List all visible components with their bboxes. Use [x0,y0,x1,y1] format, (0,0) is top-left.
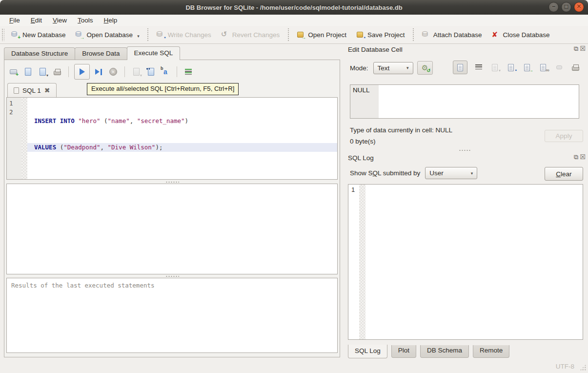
cell-mode-row: Mode: Text▾ ⚙↺ [350,61,433,75]
tab-execute-sql[interactable]: Execute SQL [127,46,181,60]
print-sql-icon[interactable] [51,66,63,78]
minimize-button[interactable]: − [548,2,559,12]
open-database-icon: ⛁→ [76,31,83,39]
word-wrap-icon[interactable] [474,61,484,74]
sql-log-dock-header: SQL Log ⧉ ☒ [348,153,586,162]
float-dock-icon[interactable]: ⧉ [574,153,578,161]
menu-tools[interactable]: Tools [72,16,99,25]
log-line-number: 1 [351,186,355,193]
set-null-icon [554,61,564,74]
dock-tab-remote[interactable]: Remote [473,345,509,358]
menu-help[interactable]: Help [99,16,123,25]
menu-file[interactable]: File [4,16,25,25]
line-number: 1 [9,99,21,108]
editor-results-splitter[interactable] [6,180,338,184]
cell-value: NULL [353,86,370,94]
sql-document-icon [14,87,19,94]
new-database-icon: ⛁+ [11,31,19,39]
cell-editor-box[interactable]: NULL [350,84,579,119]
dock-splitter[interactable] [459,149,471,151]
sql-code[interactable]: INSERT INTO "hero" ("name", "secret_name… [27,99,337,169]
close-button[interactable]: ✕ [574,2,584,12]
save-sql-file-icon[interactable]: ▾ [37,66,48,78]
dock-tab-sql-log[interactable]: SQL Log [348,345,387,358]
tab-browse-data[interactable]: Browse Data [75,47,127,60]
toolbar-separator [147,28,149,41]
close-database-button[interactable]: ✘ Close Database [487,28,554,41]
float-dock-icon[interactable]: ⧉ [574,45,578,53]
execute-current-line-icon[interactable] [93,66,104,78]
grid-message-splitter[interactable] [6,274,338,278]
write-changes-button: ⛁▪ Write Changes [152,28,216,41]
dock-tab-db-schema[interactable]: DB Schema [420,345,469,358]
sql-1-tab[interactable]: SQL 1 ✖ [7,83,57,97]
titlebar: DB Browser for SQLite - /home/user/code/… [0,0,588,15]
close-dock-icon[interactable]: ☒ [580,153,586,161]
sql-editor-tab-bar: SQL 1 ✖ [7,83,57,97]
window-title: DB Browser for SQLite - /home/user/code/… [185,4,402,11]
new-sql-tab-icon[interactable]: + [7,66,19,78]
code-line-1: INSERT INTO "hero" ("name", "secret_name… [27,117,337,125]
find-in-sql-icon[interactable] [145,66,157,78]
save-results-icon: ▾ [130,66,142,78]
close-database-icon: ✘ [491,31,499,39]
attach-database-button[interactable]: ⛁ Attach Database [417,28,487,41]
save-project-button[interactable]: ▪ Save Project [351,28,410,41]
mode-select[interactable]: Text▾ [373,62,413,74]
close-sql-tab-icon[interactable]: ✖ [44,86,50,94]
save-cell-icon: ▾ [490,61,500,74]
line-number: 2 [9,108,21,117]
text-view-icon[interactable] [453,61,467,74]
sql-toolbar-separator [177,66,177,77]
log-filter-label: Show SQL submitted by [350,169,420,177]
toolbar-drag-handle[interactable] [1,28,4,41]
print-cell-icon[interactable] [570,61,580,74]
sql-toolbar-separator [124,66,125,77]
log-filter-select[interactable]: User▾ [425,167,477,179]
main-tab-bar: Database Structure Browse Data Execute S… [4,46,180,60]
toolbar-separator [412,28,415,41]
dock-tab-bar: SQL Log Plot DB Schema Remote [348,345,509,358]
cell-settings-button[interactable]: ⚙↺ [417,61,433,75]
sql-toolbar-separator [68,66,69,77]
clear-log-button[interactable]: Clear [545,167,583,181]
cell-editor-toolbar: ▾ ▪ → ∞ [453,61,580,74]
results-message-area[interactable]: Results of the last executed statements [6,278,338,353]
toolbar-separator [287,28,289,41]
code-line-2: VALUES ("Deadpond", "Dive Wilson"); [27,143,337,152]
open-project-button[interactable]: → Open Project [292,28,351,41]
results-grid[interactable] [6,184,338,274]
mode-label: Mode: [350,64,368,72]
new-database-button[interactable]: ⛁+ New Database [6,28,71,41]
log-line-gutter: 1 [348,185,359,339]
dock-tab-plot[interactable]: Plot [391,345,416,358]
line-number-gutter: 1 2 [7,98,21,179]
sql-log-title: SQL Log [348,154,374,162]
resize-grip[interactable] [580,364,586,371]
sql-editor[interactable]: 1 2 INSERT INTO "hero" ("name", "secret_… [6,97,338,180]
fold-margin [21,98,27,179]
menu-edit[interactable]: Edit [25,16,47,25]
attach-database-icon: ⛁ [422,31,430,39]
open-in-app-icon[interactable]: ∞ [538,61,548,74]
autocomplete-toggle-icon[interactable]: ba [160,66,171,78]
import-cell-icon[interactable]: ▪ [506,61,516,74]
open-database-button[interactable]: ⛁→ Open Database ▾ [71,28,144,41]
format-sql-icon[interactable] [182,66,194,78]
export-cell-icon[interactable]: → [522,61,532,74]
edit-cell-title: Edit Database Cell [348,46,403,53]
log-fold-margin [359,185,365,339]
open-database-dropdown-arrow[interactable]: ▾ [137,34,140,39]
write-changes-icon: ⛁▪ [157,31,164,39]
menu-view[interactable]: View [47,16,72,25]
sql-log-area[interactable]: 1 [348,184,583,340]
open-sql-file-icon[interactable] [22,66,34,78]
execute-all-button[interactable] [74,64,90,80]
revert-changes-button: ↺ Revert Changes [216,28,285,41]
tab-database-structure[interactable]: Database Structure [4,47,75,60]
window-controls: − ◻ ✕ [548,2,584,12]
menubar: File Edit View Tools Help [0,15,588,26]
maximize-button[interactable]: ◻ [561,2,571,12]
edit-cell-dock-header: Edit Database Cell ⧉ ☒ [348,45,586,54]
close-dock-icon[interactable]: ☒ [580,45,586,53]
